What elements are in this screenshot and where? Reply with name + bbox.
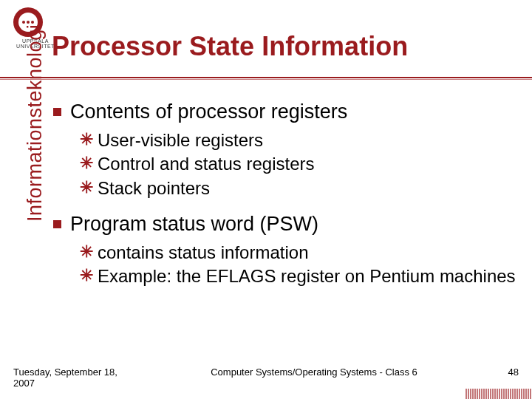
bullet-level2: ✳ Control and status registers [80,153,517,176]
asterisk-bullet-icon: ✳ [80,242,93,262]
divider-thin [0,79,532,80]
asterisk-bullet-icon: ✳ [80,177,93,198]
sub-bullet-text: Control and status registers [98,153,314,176]
slide-footer: Tuesday, September 18, 2007 Computer Sys… [13,366,519,389]
bullet-text: Program status word (PSW) [70,212,318,237]
asterisk-bullet-icon: ✳ [80,129,93,150]
bullet-level1: Program status word (PSW) ✳ contains sta… [53,212,517,288]
square-bullet-icon [53,220,61,228]
sidebar-vertical-label: Informationsteknologi [24,24,47,222]
footer-page-number: 48 [489,366,519,378]
asterisk-bullet-icon: ✳ [80,153,93,174]
slide-body: Contents of processor registers ✳ User-v… [53,92,517,300]
corner-stripe-decoration [466,389,532,399]
bullet-level2: ✳ Example: the EFLAGS register on Pentiu… [80,265,517,288]
sub-bullet-text: Example: the EFLAGS register on Pentium … [98,265,516,288]
sub-bullet-text: contains status information [98,242,308,265]
bullet-level2: ✳ Stack pointers [80,177,517,200]
bullet-text: Contents of processor registers [70,100,347,125]
divider-main [0,77,532,78]
sub-bullet-text: User-visible registers [98,129,263,152]
sub-bullet-text: Stack pointers [98,177,210,200]
footer-course: Computer Systems/Operating Systems - Cla… [139,366,489,378]
slide-header: UPPSALA UNIVERSITET Processor State Info… [0,0,532,81]
bullet-level2: ✳ contains status information [80,242,517,265]
asterisk-bullet-icon: ✳ [80,265,93,286]
bullet-level1: Contents of processor registers ✳ User-v… [53,100,517,200]
bullet-level2: ✳ User-visible registers [80,129,517,152]
footer-date: Tuesday, September 18, 2007 [13,366,139,389]
slide-title: Processor State Information [52,31,525,62]
square-bullet-icon [53,108,61,116]
